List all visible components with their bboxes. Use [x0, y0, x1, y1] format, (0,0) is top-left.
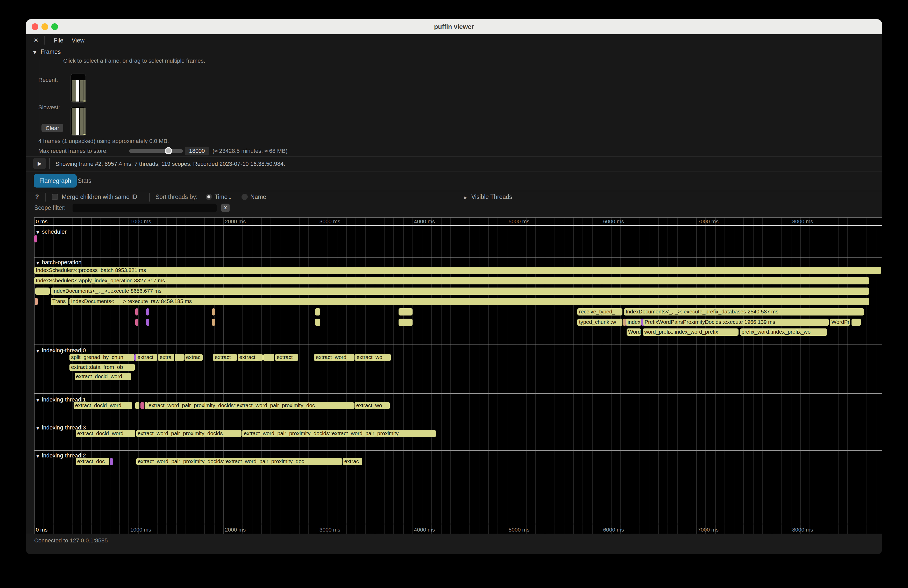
tab-flamegraph[interactable]: Flamegraph [34, 174, 77, 188]
scope-bar[interactable]: IndexScheduler>::process_batch 8953.821 … [34, 267, 881, 274]
scope-bar[interactable]: extrac [185, 354, 203, 361]
thread-header-indexing-thread:2[interactable]: ▼indexing-thread:2 [36, 452, 86, 458]
scope-bar[interactable]: receive_typed_ [577, 308, 622, 315]
scope-bar[interactable]: Trans [51, 298, 68, 305]
scope-bar[interactable]: index [626, 318, 641, 326]
axis-tick-label: 8000 ms [792, 526, 813, 533]
scope-bar[interactable] [135, 402, 139, 409]
grid-line [866, 217, 867, 533]
play-button[interactable]: ▶ [33, 158, 46, 169]
scope-filter-input[interactable] [72, 204, 217, 212]
scope-bar[interactable]: extract_doc [76, 458, 109, 465]
scope-bar[interactable]: IndexDocuments<_, _>::execute 8656.677 m… [51, 288, 869, 295]
minimize-window-button[interactable] [42, 23, 48, 30]
grid-line [545, 217, 545, 533]
scope-bar[interactable] [35, 288, 50, 295]
clear-button[interactable]: Clear [42, 124, 63, 132]
thread-header-scheduler[interactable]: ▼scheduler [36, 228, 67, 235]
scope-bar[interactable]: extract_docid_word [74, 402, 132, 409]
scope-bar[interactable]: extract [136, 354, 157, 361]
zoom-window-button[interactable] [51, 23, 58, 30]
scope-bar[interactable]: IndexDocuments<_, _>::execute_prefix_dat… [624, 308, 864, 315]
scope-bar[interactable] [110, 458, 113, 465]
max-frames-value[interactable]: 18000 [185, 146, 209, 156]
merge-children-checkbox[interactable] [52, 194, 58, 200]
thread-header-indexing-thread:3[interactable]: ▼indexing-thread:3 [36, 424, 86, 431]
scope-bar[interactable]: PrefixWordPairsProximityDocids::execute … [643, 318, 829, 326]
scope-bar[interactable]: split_grenad_by_chun [69, 354, 135, 361]
sort-name-radio[interactable] [241, 194, 248, 200]
sort-time-radio[interactable] [206, 194, 212, 200]
sort-time-label[interactable]: Time [214, 194, 227, 200]
scope-bar[interactable]: extract_wo [355, 354, 391, 361]
scope-bar[interactable] [315, 318, 320, 326]
scope-bar[interactable]: extract [275, 354, 298, 361]
close-window-button[interactable] [32, 23, 39, 30]
scope-bar[interactable]: extract_word_pair_proximity_docids::extr… [242, 430, 436, 437]
scope-bar[interactable] [315, 308, 320, 315]
scope-bar[interactable]: extract_ [213, 354, 237, 361]
theme-toggle-icon[interactable]: ☀ [33, 37, 39, 44]
scope-bar[interactable] [135, 318, 138, 326]
scope-bar[interactable]: IndexDocuments<_, _>::execute_raw 8459.1… [69, 298, 869, 305]
scope-bar[interactable]: extrac [343, 458, 362, 465]
clear-filter-button[interactable]: x [221, 204, 230, 212]
scope-bar[interactable]: extract::data_from_ob [69, 363, 135, 371]
thread-header-batch-operation[interactable]: ▼batch-operation [36, 259, 81, 265]
scope-bar[interactable] [35, 298, 38, 305]
tab-stats[interactable]: Stats [72, 174, 97, 188]
frame-bar [84, 108, 85, 135]
scope-bar[interactable]: extract_docid_word [74, 373, 131, 380]
scope-bar[interactable] [399, 308, 413, 315]
sort-direction-arrow-icon[interactable]: ↓ [229, 194, 232, 200]
scope-bar[interactable] [212, 308, 215, 315]
scope-bar[interactable]: extract_wo [355, 402, 390, 409]
scope-bar[interactable] [147, 318, 150, 326]
grid-line [828, 217, 829, 533]
scope-bar[interactable]: extract_docid_word [76, 430, 135, 437]
visible-threads-collapse-header[interactable]: ▶ Visible Threads [464, 194, 512, 200]
scope-bar[interactable]: Word [626, 328, 641, 336]
slowest-frame-thumbnail[interactable] [71, 107, 86, 136]
menu-file[interactable]: File [50, 37, 68, 43]
scope-bar[interactable]: extract_word_pair_proximity_docids::extr… [136, 458, 342, 465]
menu-view[interactable]: View [68, 37, 89, 43]
axis-tick-label: 0 ms [36, 526, 48, 533]
scope-bar[interactable] [852, 318, 861, 326]
grid-line [441, 217, 441, 533]
scope-bar[interactable]: extract_ [238, 354, 263, 361]
help-button[interactable]: ? [35, 194, 39, 200]
scope-bar[interactable] [147, 308, 150, 315]
scope-bar[interactable] [175, 354, 184, 361]
grid-line [299, 217, 299, 533]
scope-bar[interactable]: extract_word_pair_proximity_docids::extr… [147, 402, 354, 409]
separator [26, 171, 882, 172]
scope-bar[interactable] [135, 308, 138, 315]
frames-collapse-header[interactable]: ▼ Frames [33, 49, 61, 55]
grid-line [195, 217, 195, 533]
scope-bar[interactable]: prefix_word::index_prefix_wo [740, 328, 827, 336]
scope-bar[interactable]: extra [158, 354, 174, 361]
scope-bar[interactable] [140, 402, 144, 409]
scope-bar[interactable] [212, 318, 215, 326]
grid-line [762, 217, 763, 533]
thread-header-indexing-thread:0[interactable]: ▼indexing-thread:0 [36, 347, 86, 353]
scope-bar[interactable]: WordPr [830, 318, 850, 326]
merge-children-label[interactable]: Merge children with same ID [62, 194, 137, 200]
sort-name-label[interactable]: Name [250, 194, 266, 200]
scope-bar[interactable]: extract_word [314, 354, 354, 361]
max-frames-slider[interactable] [129, 149, 183, 153]
grid-line [337, 217, 337, 533]
scope-bar[interactable]: extract_word_pair_proximity_docids [136, 430, 241, 437]
max-frames-slider-knob[interactable] [165, 147, 172, 154]
scope-bar[interactable]: word_prefix::index_word_prefix [642, 328, 739, 336]
scope-bar[interactable] [34, 235, 37, 243]
scope-bar[interactable]: typed_chunk::w [577, 318, 622, 326]
scope-bar[interactable] [399, 318, 413, 326]
flamegraph-canvas[interactable]: 0 ms1000 ms2000 ms3000 ms4000 ms5000 ms6… [34, 217, 882, 533]
recent-frame-thumbnail[interactable] [71, 74, 86, 103]
scope-bar[interactable] [264, 354, 274, 361]
scope-bar[interactable]: IndexScheduler>::apply_index_operation 8… [34, 277, 869, 284]
grid-line [507, 217, 508, 533]
thread-header-indexing-thread:1[interactable]: ▼indexing-thread:1 [36, 396, 86, 403]
